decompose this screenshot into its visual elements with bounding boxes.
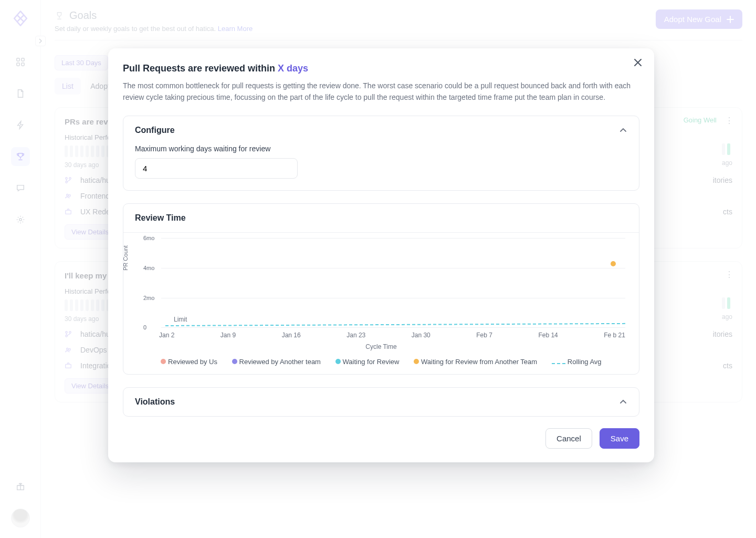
legend-swatch: [161, 359, 166, 364]
legend-item: Waiting for Review from Another Team: [414, 358, 537, 366]
close-icon: [633, 58, 643, 67]
close-button[interactable]: [633, 58, 643, 67]
y-tick: 0: [143, 324, 146, 330]
gridline: [161, 238, 625, 239]
x-tick: Feb 14: [538, 332, 558, 339]
gridline: [161, 268, 625, 268]
cancel-button[interactable]: Cancel: [545, 428, 592, 449]
x-tick: Jan 9: [220, 332, 236, 339]
limit-label: Limit: [174, 316, 187, 323]
collapse-toggle[interactable]: [619, 126, 627, 134]
goal-config-modal: Pull Requests are reviewed within X days…: [108, 48, 654, 462]
max-days-input[interactable]: [135, 158, 298, 179]
max-days-label: Maximum working days waiting for review: [135, 144, 627, 153]
x-tick: Jan 2: [159, 332, 174, 339]
legend-swatch: [232, 359, 237, 364]
gridline: [161, 298, 625, 298]
violations-title: Violations: [135, 397, 175, 407]
data-point: [611, 261, 616, 266]
x-tick: Jan 16: [282, 332, 301, 339]
gridline: [161, 327, 625, 328]
modal-description: The most common bottleneck for pull requ…: [123, 80, 639, 103]
x-tick: Fe b 21: [604, 332, 625, 339]
y-tick: 2mo: [143, 295, 154, 301]
y-axis-label: PR Count: [122, 246, 129, 271]
review-time-title: Review Time: [135, 213, 186, 223]
y-tick: 4mo: [143, 265, 154, 271]
legend-item: Waiting for Review: [335, 358, 400, 366]
configure-title: Configure: [135, 126, 175, 135]
x-tick: Jan 23: [346, 332, 365, 339]
violations-panel: Violations: [123, 387, 639, 417]
modal-title: Pull Requests are reviewed within X days: [123, 63, 639, 74]
legend-item: Rolling Avg: [552, 358, 601, 366]
legend-item: Reviewed by Us: [161, 358, 217, 366]
chart-legend: Reviewed by Us Reviewed by Another team …: [135, 358, 627, 366]
review-time-chart: PR Count 02mo4mo6moLimit Jan 2Jan 9Jan 1…: [123, 233, 639, 374]
y-tick: 6mo: [143, 235, 154, 241]
collapse-toggle[interactable]: [619, 398, 627, 406]
rolling-avg-line: [165, 323, 625, 326]
save-button[interactable]: Save: [600, 428, 639, 449]
configure-panel: Configure Maximum working days waiting f…: [123, 116, 639, 191]
x-axis-label: Cycle Time: [135, 343, 627, 350]
legend-swatch: [552, 363, 565, 364]
legend-swatch: [335, 359, 341, 364]
x-tick: Jan 30: [412, 332, 430, 339]
legend-item: Reviewed by Another team: [232, 358, 321, 366]
x-tick: Feb 7: [476, 332, 492, 339]
legend-swatch: [414, 359, 419, 364]
review-time-panel: Review Time PR Count 02mo4mo6moLimit Jan…: [123, 203, 639, 375]
